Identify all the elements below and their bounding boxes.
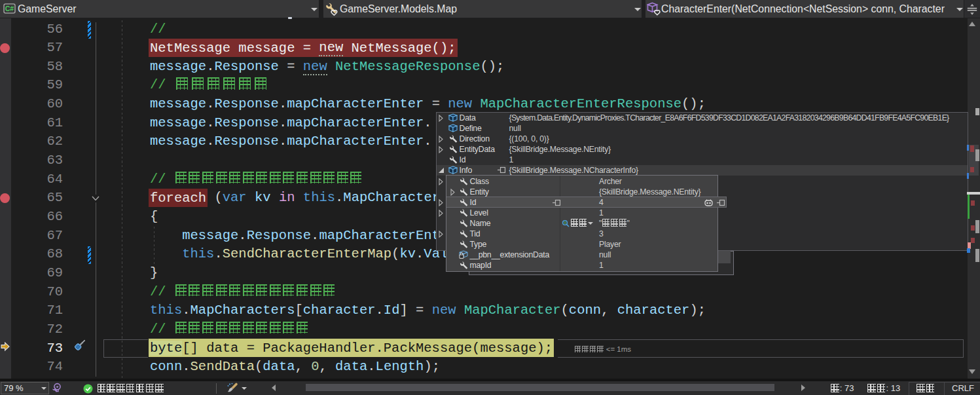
- svg-text:C#: C#: [5, 5, 14, 12]
